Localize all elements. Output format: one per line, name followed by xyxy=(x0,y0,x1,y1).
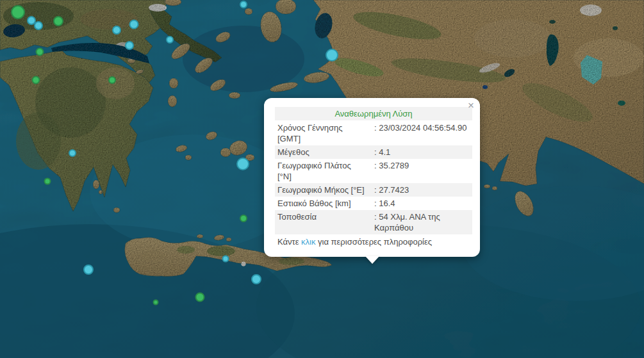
origin-time-value: : 23/03/2024 04:56:54.90 xyxy=(374,122,470,133)
popup-row-location: Τοποθεσία : 54 Χλμ. ΑΝΑ της Καρπάθου xyxy=(275,210,472,234)
close-icon[interactable]: × xyxy=(468,100,474,111)
earthquake-marker[interactable] xyxy=(69,150,76,156)
earthquake-marker[interactable] xyxy=(35,22,42,29)
earthquake-marker[interactable] xyxy=(126,42,133,49)
popup-title: Αναθεωρημένη Λύση xyxy=(275,107,472,120)
latitude-value: : 35.2789 xyxy=(374,160,470,171)
footer-text-post: για περισσότερες πληροφορίες xyxy=(315,237,432,247)
latitude-label: Γεωγραφικό Πλάτος xyxy=(277,161,351,170)
latitude-label-unit: [°N] xyxy=(277,171,372,182)
popup-row-origin-time: Χρόνος Γέννησης[GMT] : 23/03/2024 04:56:… xyxy=(275,121,472,145)
popup-row-magnitude: Μέγεθος : 4.1 xyxy=(275,145,472,159)
earthquake-marker[interactable] xyxy=(28,17,35,24)
earthquake-marker[interactable] xyxy=(109,77,115,83)
earthquake-marker[interactable] xyxy=(84,265,93,274)
earthquake-marker[interactable] xyxy=(237,158,249,170)
popup-tail xyxy=(365,256,379,264)
popup-row-latitude: Γεωγραφικό Πλάτος[°N] : 35.2789 xyxy=(275,159,472,183)
location-value: : 54 Χλμ. ΑΝΑ της Καρπάθου xyxy=(374,211,470,233)
magnitude-label: Μέγεθος xyxy=(277,147,310,157)
earthquake-marker[interactable] xyxy=(54,17,63,26)
earthquake-marker[interactable] xyxy=(12,6,24,19)
footer-text-pre: Κάντε xyxy=(277,237,301,247)
earthquake-marker[interactable] xyxy=(240,215,247,222)
location-label: Τοποθεσία xyxy=(277,212,317,222)
earthquake-marker[interactable] xyxy=(196,293,204,302)
depth-label: Εστιακό Βάθος [km] xyxy=(277,199,351,208)
popup-footer: Κάντε κλικ για περισσότερες πληροφορίες xyxy=(275,234,472,247)
earthquake-marker[interactable] xyxy=(240,1,247,8)
earthquake-marker[interactable] xyxy=(223,256,229,262)
earthquake-marker[interactable] xyxy=(154,300,158,305)
earthquake-popup: × Αναθεωρημένη Λύση Χρόνος Γέννησης[GMT]… xyxy=(264,98,480,257)
origin-time-label: Χρόνος Γέννησης xyxy=(277,123,343,133)
more-info-link[interactable]: κλικ xyxy=(301,237,315,247)
earthquake-marker[interactable] xyxy=(37,49,44,56)
origin-time-label-unit: [GMT] xyxy=(277,133,372,144)
magnitude-value: : 4.1 xyxy=(374,147,470,158)
earthquake-marker[interactable] xyxy=(252,275,261,284)
popup-row-longitude: Γεωγραφικό Μήκος [°E] : 27.7423 xyxy=(275,183,472,197)
earthquake-marker[interactable] xyxy=(130,20,138,29)
earthquake-marker[interactable] xyxy=(326,49,338,61)
earthquake-marker[interactable] xyxy=(45,179,51,184)
earthquake-marker[interactable] xyxy=(113,26,120,34)
longitude-label: Γεωγραφικό Μήκος [°E] xyxy=(277,185,365,195)
depth-value: : 16.4 xyxy=(374,198,470,209)
longitude-value: : 27.7423 xyxy=(374,184,470,195)
earthquake-marker[interactable] xyxy=(33,77,40,84)
earthquake-marker[interactable] xyxy=(167,37,173,43)
popup-row-depth: Εστιακό Βάθος [km] : 16.4 xyxy=(275,197,472,210)
